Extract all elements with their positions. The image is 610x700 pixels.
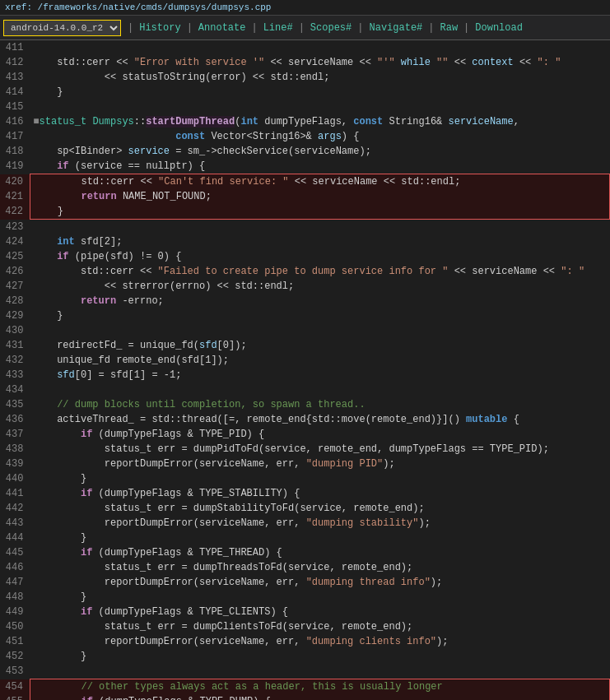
line-num: 414	[0, 85, 30, 100]
line-num: 441	[0, 486, 30, 501]
table-row: 446 status_t err = dumpThreadsToFd(servi…	[0, 560, 610, 575]
line-code: status_t err = dumpThreadsToFd(service, …	[30, 560, 609, 575]
line-num: 411	[0, 40, 30, 55]
line-code: }	[30, 471, 609, 486]
table-row: 445 if (dumpTypeFlags & TYPE_THREAD) {	[0, 545, 610, 560]
nav-sep-5: |	[357, 22, 363, 34]
line-code: if (dumpTypeFlags & TYPE_THREAD) {	[30, 545, 609, 560]
nav-scopes[interactable]: Scopes#	[306, 21, 356, 35]
line-code: }	[30, 590, 609, 605]
table-row: 435 // dump blocks until completion, so …	[0, 397, 610, 412]
nav-annotate[interactable]: Annotate	[194, 21, 250, 35]
line-code: // other types always act as a header, t…	[30, 679, 609, 695]
line-num: 426	[0, 264, 30, 279]
line-num: 416	[0, 114, 30, 129]
table-row: 437 if (dumpTypeFlags & TYPE_PID) {	[0, 427, 610, 442]
line-num: 438	[0, 442, 30, 457]
line-num: 430	[0, 323, 30, 338]
line-num: 445	[0, 545, 30, 560]
line-code: if (dumpTypeFlags & TYPE_CLIENTS) {	[30, 605, 609, 619]
line-num: 435	[0, 397, 30, 412]
table-row: 422 }	[0, 204, 610, 220]
table-row: 411	[0, 40, 610, 55]
code-area: 411 412 std::cerr << "Error with service…	[0, 40, 610, 700]
nav-bar: android-14.0.0_r2 | History | Annotate |…	[0, 16, 610, 40]
nav-history[interactable]: History	[135, 21, 184, 35]
nav-navigate[interactable]: Navigate#	[365, 21, 426, 35]
table-row: 448 }	[0, 590, 610, 605]
line-num: 453	[0, 664, 30, 679]
line-num: 433	[0, 368, 30, 382]
table-row: 417 const Vector<String16>& args) {	[0, 129, 610, 144]
line-code: activeThread_ = std::thread([=, remote_e…	[30, 412, 609, 427]
line-code: reportDumpError(serviceName, err, "dumpi…	[30, 575, 609, 590]
line-code: if (service == nullptr) {	[30, 159, 609, 174]
version-select[interactable]: android-14.0.0_r2	[3, 20, 121, 36]
table-row: 415	[0, 100, 610, 114]
line-num: 443	[0, 516, 30, 531]
line-code: // dump blocks until completion, so spaw…	[30, 397, 609, 412]
table-row: 433 sfd[0] = sfd[1] = -1;	[0, 368, 610, 382]
nav-sep-7: |	[463, 22, 469, 34]
table-row: 432 unique_fd remote_end(sfd[1]);	[0, 353, 610, 368]
line-num: 425	[0, 249, 30, 264]
line-code	[30, 664, 609, 679]
table-row: 450 status_t err = dumpClientsToFd(servi…	[0, 619, 610, 634]
line-code: status_t err = dumpClientsToFd(service, …	[30, 619, 609, 634]
line-num: 448	[0, 590, 30, 605]
line-code: }	[30, 85, 609, 100]
line-num: 415	[0, 100, 30, 114]
line-num: 449	[0, 605, 30, 619]
line-code: }	[30, 308, 609, 323]
line-code: status_t err = dumpPidToFd(service, remo…	[30, 442, 609, 457]
line-code: return NAME_NOT_FOUND;	[30, 189, 609, 204]
line-code	[30, 40, 609, 55]
table-row: 453	[0, 664, 610, 679]
line-num: 413	[0, 70, 30, 85]
line-num: 455	[0, 694, 30, 700]
table-row: 444 }	[0, 531, 610, 545]
top-bar: xref: /frameworks/native/cmds/dumpsys/du…	[0, 0, 610, 16]
table-row: 416 ■status_t Dumpsys::startDumpThread(i…	[0, 114, 610, 129]
table-row: 418 sp<IBinder> service = sm_->checkServ…	[0, 144, 610, 159]
line-code: reportDumpError(serviceName, err, "dumpi…	[30, 634, 609, 649]
nav-raw[interactable]: Raw	[436, 21, 463, 35]
table-row: 436 activeThread_ = std::thread([=, remo…	[0, 412, 610, 427]
line-code: }	[30, 649, 609, 664]
line-code	[30, 323, 609, 338]
line-num: 431	[0, 338, 30, 353]
line-num: 424	[0, 234, 30, 249]
table-row: 414 }	[0, 85, 610, 100]
nav-sep-1: |	[128, 22, 133, 34]
nav-download[interactable]: Download	[471, 21, 527, 35]
line-code: if (dumpTypeFlags & TYPE_STABILITY) {	[30, 486, 609, 501]
code-table: 411 412 std::cerr << "Error with service…	[0, 40, 610, 700]
line-code: std::cerr << "Failed to create pipe to d…	[30, 264, 609, 279]
line-code: sp<IBinder> service = sm_->checkService(…	[30, 144, 609, 159]
nav-sep-2: |	[187, 22, 193, 34]
line-num: 428	[0, 294, 30, 308]
table-row: 423	[0, 220, 610, 235]
nav-sep-4: |	[299, 22, 305, 34]
table-row: 420 std::cerr << "Can't find service: " …	[0, 174, 610, 190]
line-code: redirectFd_ = unique_fd(sfd[0]);	[30, 338, 609, 353]
line-code: ■status_t Dumpsys::startDumpThread(int d…	[30, 114, 609, 129]
line-num: 439	[0, 457, 30, 471]
line-num: 434	[0, 382, 30, 397]
line-num: 429	[0, 308, 30, 323]
table-row: 438 status_t err = dumpPidToFd(service, …	[0, 442, 610, 457]
line-code: std::cerr << "Error with service '" << s…	[30, 55, 609, 70]
line-num: 454	[0, 679, 30, 695]
line-num: 447	[0, 575, 30, 590]
line-num: 427	[0, 279, 30, 294]
line-code: status_t err = dumpStabilityToFd(service…	[30, 501, 609, 516]
table-row: 442 status_t err = dumpStabilityToFd(ser…	[0, 501, 610, 516]
nav-sep-3: |	[251, 22, 257, 34]
table-row: 449 if (dumpTypeFlags & TYPE_CLIENTS) {	[0, 605, 610, 619]
table-row: 430	[0, 323, 610, 338]
line-code: sfd[0] = sfd[1] = -1;	[30, 368, 609, 382]
table-row: 452 }	[0, 649, 610, 664]
nav-lineno[interactable]: Line#	[259, 21, 297, 35]
line-code: << strerror(errno) << std::endl;	[30, 279, 609, 294]
table-row: 451 reportDumpError(serviceName, err, "d…	[0, 634, 610, 649]
